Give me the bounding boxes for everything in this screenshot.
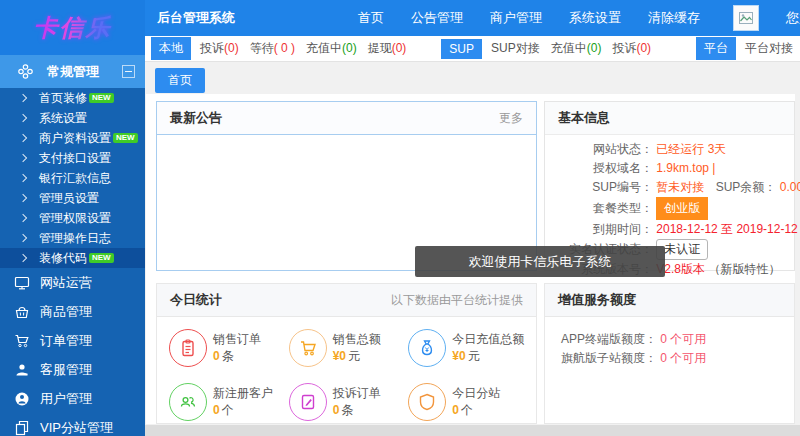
sidebar-item-admin-logs[interactable]: 管理操作日志 — [0, 228, 145, 248]
moneybag-icon — [417, 338, 437, 358]
clover-icon — [18, 64, 33, 79]
clipboard-icon — [178, 338, 198, 358]
licensed-domain-row: 授权域名： 1.9km.top | — [545, 159, 794, 178]
local-recharging[interactable]: 充值中(0) — [306, 40, 357, 57]
stat-complaint-orders: 投诉订单 0条 — [289, 383, 409, 421]
stat-new-customers: 新注册客户 0个 — [169, 383, 289, 421]
sidebar-section-order-mgmt[interactable]: 订单管理 — [0, 326, 145, 355]
value-added-quota-panel: 增值服务额度 APP终端版额度： 0 个可用 旗航版子站额度： 0 个可用 — [544, 283, 795, 424]
local-complaint[interactable]: 投诉(0) — [200, 40, 239, 57]
quota-title: 增值服务额度 — [558, 291, 636, 309]
collapse-icon[interactable] — [122, 65, 135, 78]
stat-today-substations: 今日分站 0个 — [408, 383, 528, 421]
tag-sup[interactable]: SUP — [441, 39, 482, 59]
plan-type-badge: 创业版 — [656, 197, 708, 220]
sidebar-section-general-mgmt[interactable]: 常规管理 — [0, 55, 145, 88]
app-logo[interactable]: 卡信乐 — [0, 0, 145, 55]
stat-sales-orders: 销售订单 0条 — [169, 329, 289, 367]
sidebar-item-merchant-profile[interactable]: 商户资料设置NEW — [0, 128, 145, 148]
sidebar-item-admin-permissions[interactable]: 管理权限设置 — [0, 208, 145, 228]
top-nav: 首页 公告管理 商户管理 系统设置 清除缓存 您好 — [358, 5, 800, 31]
stat-sales-total: 销售总额 ¥0元 — [289, 329, 409, 367]
local-waiting[interactable]: 等待( 0 ) — [250, 40, 295, 57]
today-stats-title: 今日统计 — [170, 291, 222, 309]
nav-clear-cache[interactable]: 清除缓存 — [648, 9, 700, 27]
sup-id-row: SUP编号： 暂未对接 SUP余额： 0.000 元 — [545, 178, 794, 197]
chevron-right-icon — [19, 214, 27, 222]
chevron-right-icon — [19, 234, 27, 242]
broken-image-icon — [738, 10, 754, 26]
nav-home[interactable]: 首页 — [358, 9, 384, 27]
nav-announcement-mgmt[interactable]: 公告管理 — [411, 9, 463, 27]
flagship-substation-quota-row: 旗航版子站额度： 0 个可用 — [545, 349, 794, 368]
user-greeting: 您好 — [786, 9, 800, 27]
sup-id-value: 暂未对接 — [656, 180, 704, 194]
logo-text: 卡信乐 — [34, 12, 112, 44]
copy-icon — [14, 420, 30, 436]
flagship-substation-quota-value: 0 个可用 — [660, 351, 706, 365]
sup-balance-value: 0.000 元 — [780, 180, 800, 194]
support-person-icon — [14, 362, 30, 378]
welcome-toast: 欢迎使用卡信乐电子系统 — [415, 246, 665, 277]
local-withdraw[interactable]: 提现(0) — [368, 40, 407, 57]
sup-link[interactable]: SUP对接 — [491, 40, 540, 57]
sidebar: 常规管理 首页装修NEW 系统设置 商户资料设置NEW 支付接口设置 银行汇款信… — [0, 55, 145, 436]
sidebar-section-product-mgmt[interactable]: 商品管理 — [0, 297, 145, 326]
new-badge: NEW — [89, 253, 114, 263]
site-status-value: 已经运行 3天 — [656, 142, 726, 156]
more-link[interactable]: 更多 — [499, 110, 523, 127]
chevron-right-icon — [19, 194, 27, 202]
user-icon — [14, 391, 30, 407]
app-terminal-quota-row: APP终端版额度： 0 个可用 — [545, 330, 794, 349]
sidebar-item-payment-interface[interactable]: 支付接口设置 — [0, 148, 145, 168]
status-subbar: 本地 投诉(0) 等待( 0 ) 充值中(0) 提现(0) SUP SUP对接 … — [145, 36, 800, 62]
chevron-right-icon — [19, 174, 27, 182]
quota-body: APP终端版额度： 0 个可用 旗航版子站额度： 0 个可用 — [545, 317, 794, 368]
tag-local[interactable]: 本地 — [151, 37, 191, 60]
people-icon — [178, 392, 198, 412]
nav-merchant-mgmt[interactable]: 商户管理 — [490, 9, 542, 27]
expiry-date-row: 到期时间： 2018-12-12 至 2019-12-12 — [545, 220, 794, 239]
nav-system-settings[interactable]: 系统设置 — [569, 9, 621, 27]
stats-grid: 销售订单 0条 销售总额 ¥0元 — [157, 317, 536, 421]
cart-icon — [14, 333, 30, 349]
top-header-bar: 后台管理系统 首页 公告管理 商户管理 系统设置 清除缓存 您好 — [145, 0, 800, 36]
sup-recharging[interactable]: 充值中(0) — [551, 40, 602, 57]
today-stats-panel: 今日统计 以下数据由平台统计提供 销售订单 0条 — [156, 283, 537, 424]
system-title: 后台管理系统 — [157, 9, 235, 27]
chevron-right-icon — [19, 94, 27, 102]
chevron-right-icon — [19, 134, 27, 142]
sidebar-item-system-settings[interactable]: 系统设置 — [0, 108, 145, 128]
tag-platform[interactable]: 平台 — [696, 37, 736, 60]
sidebar-item-decorate-code[interactable]: 装修代码NEW — [0, 248, 145, 268]
cart-icon — [298, 338, 318, 358]
platform-link[interactable]: 平台对接 — [745, 40, 793, 57]
sidebar-section-vip-substation[interactable]: VIP分站管理 — [0, 413, 145, 436]
plan-type-row: 套餐类型： 创业版 — [545, 197, 794, 220]
monitor-icon — [14, 275, 30, 291]
tab-home[interactable]: 首页 — [155, 68, 205, 93]
stats-note: 以下数据由平台统计提供 — [391, 292, 523, 309]
new-badge: NEW — [89, 93, 114, 103]
app-terminal-quota-value: 0 个可用 — [660, 332, 706, 346]
sidebar-item-admin-settings[interactable]: 管理员设置 — [0, 188, 145, 208]
sidebar-section-site-operation[interactable]: 网站运营 — [0, 268, 145, 297]
new-features-link[interactable]: （新版特性） — [708, 262, 780, 276]
licensed-domain-value: 1.9km.top | — [656, 161, 715, 175]
bottom-strip — [145, 425, 800, 436]
avatar[interactable] — [733, 5, 759, 31]
announcement-title: 最新公告 — [170, 109, 222, 127]
sup-complaint[interactable]: 投诉(0) — [612, 40, 651, 57]
stat-today-recharge-total: 今日充值总额 ¥0元 — [408, 329, 528, 367]
basket-icon — [14, 304, 30, 320]
chevron-right-icon — [19, 154, 27, 162]
sidebar-item-bank-transfer-info[interactable]: 银行汇款信息 — [0, 168, 145, 188]
complaint-doc-icon — [298, 392, 318, 412]
chevron-right-icon — [19, 114, 27, 122]
sidebar-section-customer-service[interactable]: 客服管理 — [0, 355, 145, 384]
sidebar-section-user-mgmt[interactable]: 用户管理 — [0, 384, 145, 413]
shield-icon — [417, 392, 437, 412]
sidebar-item-homepage-decorate[interactable]: 首页装修NEW — [0, 88, 145, 108]
expiry-date-value: 2018-12-12 至 2019-12-12 — [656, 222, 797, 236]
chevron-right-icon — [19, 254, 27, 262]
